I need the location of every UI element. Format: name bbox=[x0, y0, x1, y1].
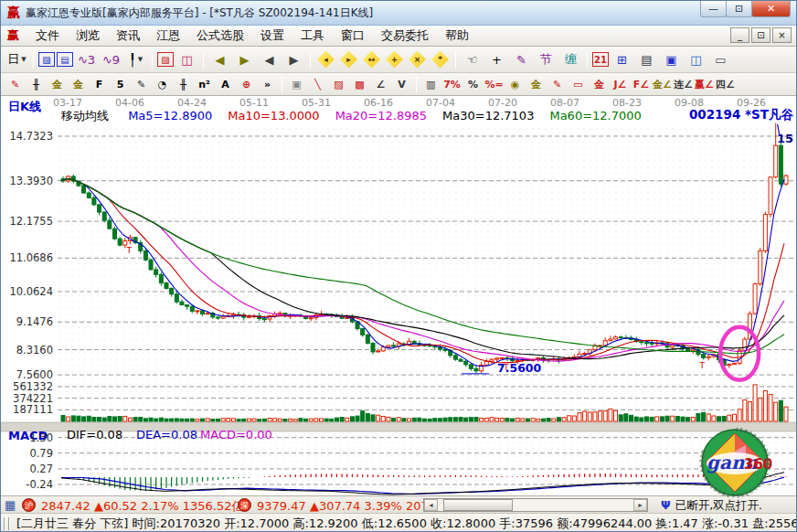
notes-icon[interactable]: ▤ bbox=[57, 52, 73, 67]
high-price-callout: 15 bbox=[777, 132, 793, 145]
last-bar-button[interactable]: ▶ bbox=[233, 49, 256, 69]
stats-panel-tool[interactable]: ▥ bbox=[421, 76, 441, 93]
window-close-button[interactable]: ✕ bbox=[751, 1, 791, 17]
grid-tool[interactable]: ▣ bbox=[287, 76, 306, 93]
gold-circle-tool[interactable]: ◉ bbox=[505, 76, 525, 93]
window-maximize-button[interactable]: ⊡ bbox=[726, 1, 752, 17]
toolbar-drawing-tools: ✎╫金金F5✎◔╫n²A⊕»▣╲▨▩∠V▥7%%%=◉金✎▭金J∠F∠金∠连∠赢… bbox=[1, 73, 796, 96]
chan-line-icon[interactable]: 缠 bbox=[559, 49, 582, 69]
price-axis-label: 13.3930 bbox=[1, 175, 53, 187]
tick-chart-icon[interactable]: ◫ bbox=[175, 49, 198, 69]
horizontal-scrollbar[interactable]: ◂ ▸ bbox=[423, 498, 648, 512]
tick-ruler-tool[interactable]: ╫ bbox=[174, 76, 193, 93]
calculator-icon[interactable]: ⊞ bbox=[611, 49, 633, 69]
pan-hand-tool[interactable]: ☜ bbox=[461, 49, 484, 69]
gold-line-tool[interactable]: 金 bbox=[526, 76, 546, 93]
label-tool[interactable]: ✎ bbox=[510, 49, 533, 69]
next-bar-button[interactable]: ▶ bbox=[282, 49, 305, 69]
si-angle-tool[interactable]: 四∠ bbox=[716, 76, 735, 93]
range-stats-icon[interactable]: ▨ bbox=[157, 52, 174, 67]
lian-angle-tool[interactable]: 连∠ bbox=[674, 76, 693, 93]
menu-item-4[interactable]: 公式选股 bbox=[188, 26, 252, 46]
spiral-tool[interactable]: 5 bbox=[111, 76, 130, 93]
date-label: 09-08 bbox=[674, 97, 705, 109]
scroll-right-button[interactable]: ▸ bbox=[633, 499, 647, 511]
price-axis-label: 14.7323 bbox=[1, 130, 53, 143]
menu-item-8[interactable]: 交易委托 bbox=[373, 26, 437, 46]
calendar-icon[interactable]: 21 bbox=[592, 52, 609, 67]
j-angle-tool[interactable]: J∠ bbox=[611, 76, 630, 93]
time-cycle-tool[interactable]: ◔ bbox=[153, 76, 172, 93]
menu-items: 文件浏览资讯江恩公式选股设置工具窗口交易委托帮助 bbox=[27, 26, 477, 46]
gann-tool-icon[interactable]: 节 bbox=[535, 49, 558, 69]
ying-angle-tool[interactable]: 赢∠ bbox=[695, 76, 714, 93]
measure-tool[interactable]: ✎ bbox=[132, 76, 151, 93]
wave-9-icon[interactable]: ∿9 bbox=[100, 49, 122, 69]
menu-item-1[interactable]: 浏览 bbox=[68, 26, 108, 46]
window-title: 赢家江恩专业版[赢家内部服务平台] - [*ST凡谷 SZ002194-141日… bbox=[26, 5, 373, 21]
menu-item-2[interactable]: 资讯 bbox=[108, 26, 148, 46]
chan-pattern-icon[interactable]: ▨ bbox=[38, 52, 55, 67]
v-line-tool[interactable]: V bbox=[392, 76, 411, 93]
box-tool[interactable]: ▭ bbox=[569, 76, 588, 93]
gold-ruler2-tool[interactable]: 金 bbox=[69, 76, 88, 93]
first-bar-button[interactable]: ◀ bbox=[208, 49, 231, 69]
gold-tool[interactable]: 金 bbox=[590, 76, 609, 93]
grid-icon[interactable]: ▦ bbox=[5, 498, 16, 512]
notepad-icon[interactable]: ▤ bbox=[635, 49, 658, 69]
save-icon[interactable]: ▣ bbox=[660, 49, 683, 69]
toolbar-separator bbox=[310, 51, 311, 69]
stock-id-label: 002194 *ST凡谷 bbox=[689, 107, 793, 123]
scrollbar-track[interactable] bbox=[438, 499, 633, 511]
gann-nav-left-icon[interactable]: ◂ bbox=[317, 51, 335, 69]
menu-item-9[interactable]: 帮助 bbox=[437, 26, 477, 46]
grid-shade2-tool[interactable]: ▩ bbox=[350, 76, 369, 93]
menu-item-3[interactable]: 江恩 bbox=[148, 26, 188, 46]
grid-shade-tool[interactable]: ▨ bbox=[329, 76, 348, 93]
wave-3-icon[interactable]: ∿3 bbox=[75, 49, 98, 69]
target-tool[interactable]: ⊕ bbox=[237, 76, 256, 93]
share-icon[interactable]: ◫ bbox=[685, 49, 707, 69]
menu-item-7[interactable]: 窗口 bbox=[333, 26, 373, 46]
kline-style-selector[interactable]: ╿▼ bbox=[124, 49, 147, 69]
ma-legend: 移动均线 Ma5=12.8900Ma10=13.0000Ma20=12.8985… bbox=[61, 108, 657, 124]
price-mark-tool[interactable]: ✎ bbox=[547, 76, 567, 93]
fan-lines-tool[interactable]: ╲ bbox=[308, 76, 327, 93]
price-axis-label: 9.1476 bbox=[1, 315, 53, 328]
gann-nav-right-icon[interactable]: ▸ bbox=[340, 51, 357, 69]
gann-ruler-tool[interactable]: ╫ bbox=[27, 76, 46, 93]
gann-nav-both-icon[interactable]: ↔ bbox=[363, 51, 380, 69]
gann-nav-star-icon[interactable]: * bbox=[431, 51, 449, 69]
child-close-button[interactable]: × bbox=[772, 27, 792, 43]
percent-zone-tool[interactable]: 7% bbox=[442, 76, 462, 93]
f-angle-tool[interactable]: F∠ bbox=[632, 76, 651, 93]
toolbar-main: 日▼▨▤∿3∿9╿▼▨◫◀▶◀▶◂▸↔+×*☜+✎节缠21⊞▤▣◫▭ bbox=[1, 47, 796, 73]
gann-nav-x-icon[interactable]: × bbox=[409, 51, 426, 69]
more-tools-button[interactable]: » bbox=[258, 76, 277, 93]
printer-icon[interactable]: ▭ bbox=[709, 49, 732, 69]
scrollbar-thumb[interactable] bbox=[443, 499, 513, 511]
prev-bar-button[interactable]: ◀ bbox=[258, 49, 281, 69]
f-ruler-tool[interactable]: F bbox=[90, 76, 109, 93]
gann-nav-cross-icon[interactable]: + bbox=[386, 51, 403, 69]
menu-item-0[interactable]: 文件 bbox=[27, 26, 68, 46]
window-minimize-button[interactable]: — bbox=[700, 1, 727, 17]
child-restore-button[interactable]: ⊡ bbox=[751, 27, 770, 43]
n-square-tool[interactable]: n² bbox=[195, 76, 214, 93]
gold-ruler-tool[interactable]: 金 bbox=[48, 76, 67, 93]
crosshair-tool[interactable]: + bbox=[485, 49, 508, 69]
menu-item-6[interactable]: 工具 bbox=[292, 26, 333, 46]
angle-line-tool[interactable]: ∠ bbox=[371, 76, 390, 93]
percent-line-tool[interactable]: %= bbox=[484, 76, 504, 93]
price-axis-label: 11.0686 bbox=[1, 251, 53, 264]
period-daily-selector[interactable]: 日▼ bbox=[5, 49, 28, 69]
chart-area[interactable]: TTT 日K线 移动均线 Ma5=12.8900Ma10=13.0000Ma20… bbox=[1, 96, 797, 495]
gold-angle-tool[interactable]: 金∠ bbox=[653, 76, 672, 93]
scroll-left-button[interactable]: ◂ bbox=[424, 499, 438, 511]
percent-tool[interactable]: % bbox=[463, 76, 483, 93]
child-minimize-button[interactable]: _ bbox=[730, 27, 749, 43]
mirror-tool[interactable]: A bbox=[216, 76, 235, 93]
draw-rocket-tool[interactable]: ✎ bbox=[5, 76, 25, 93]
menu-item-5[interactable]: 设置 bbox=[252, 26, 292, 46]
ma-legend-item-5: Ma60=12.7000 bbox=[549, 109, 641, 122]
